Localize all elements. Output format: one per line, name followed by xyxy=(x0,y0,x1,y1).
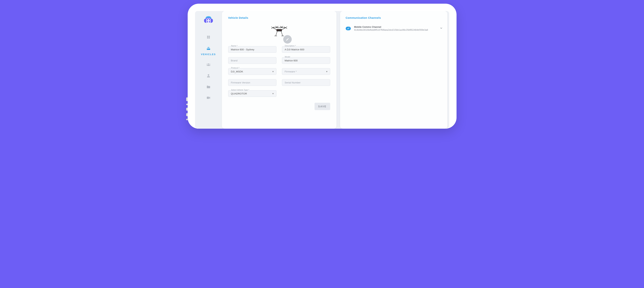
pencil-icon xyxy=(286,38,289,41)
sidebar-item-teams[interactable] xyxy=(195,59,222,70)
select-firmware[interactable]: Firmware * ▾ xyxy=(282,68,330,75)
dashboard-icon xyxy=(207,35,210,40)
person-icon xyxy=(207,74,210,78)
input-brand[interactable] xyxy=(228,57,276,64)
edit-image-button[interactable] xyxy=(283,35,292,44)
svg-rect-4 xyxy=(207,36,208,37)
field-brand xyxy=(228,57,276,64)
input-description[interactable] xyxy=(282,46,330,53)
communication-channels-title: Communication Channels xyxy=(346,16,443,19)
select-vehicle-type-value: QUADROTOR xyxy=(231,92,247,95)
tablet-physical-buttons xyxy=(186,97,188,123)
cloud-check-icon xyxy=(346,27,351,30)
field-model: Model xyxy=(282,57,330,64)
svg-point-10 xyxy=(208,49,208,49)
field-serial-number xyxy=(282,79,330,86)
vehicle-details-title: Vehicle Details xyxy=(228,16,330,19)
caret-down-icon: ▾ xyxy=(272,92,274,95)
svg-point-13 xyxy=(210,64,210,65)
svg-rect-5 xyxy=(208,36,210,37)
channel-row[interactable]: Mobile Comms Channel 914b48e28328efbdd9f… xyxy=(346,24,443,33)
caret-down-icon: ▾ xyxy=(272,70,274,73)
channel-name: Mobile Comms Channel xyxy=(354,25,436,28)
svg-point-9 xyxy=(207,49,208,49)
chevron-down-icon[interactable] xyxy=(440,26,443,30)
vehicle-router-icon xyxy=(206,47,210,51)
save-button[interactable]: SAVE xyxy=(314,103,330,110)
svg-point-12 xyxy=(207,64,208,65)
channel-id: 914b48e28328efbdd9f5167ffdfaea2dcd215bb1… xyxy=(354,29,436,31)
tablet-button xyxy=(186,108,188,111)
svg-point-14 xyxy=(208,74,209,76)
label-vehicle-type: Select Vehicle Type * xyxy=(231,89,250,91)
label-name: Name * xyxy=(231,45,238,47)
label-description: Description * xyxy=(284,45,296,47)
main-content: Vehicle Details xyxy=(222,11,449,129)
field-description: Description * xyxy=(282,46,330,53)
field-name: Name * xyxy=(228,46,276,53)
svg-line-26 xyxy=(273,28,276,30)
input-serial-number[interactable] xyxy=(282,79,330,86)
sidebar-nav: VEHICLES xyxy=(195,11,222,129)
svg-line-32 xyxy=(281,31,283,36)
tablet-button xyxy=(186,104,188,105)
field-firmware: Firmware * ▾ xyxy=(282,68,330,75)
svg-rect-6 xyxy=(207,37,208,39)
field-protocol: Protocol * DJI_MSDK ▾ xyxy=(228,68,276,75)
communication-channels-card: Communication Channels Mobile Comms Chan… xyxy=(340,11,447,129)
tablet-button xyxy=(186,119,188,120)
tablet-frame: VEHICLES xyxy=(188,4,456,129)
svg-line-27 xyxy=(282,28,286,30)
svg-rect-7 xyxy=(208,37,210,39)
input-model[interactable] xyxy=(282,57,330,64)
caret-down-icon: ▾ xyxy=(326,70,328,73)
svg-rect-15 xyxy=(207,97,209,99)
vehicle-image-container xyxy=(228,24,330,41)
label-model: Model xyxy=(284,56,290,58)
sidebar-item-video[interactable] xyxy=(195,93,222,104)
select-protocol-value: DJI_MSDK xyxy=(231,70,243,73)
sidebar-item-vehicles[interactable]: VEHICLES xyxy=(195,43,222,59)
app-logo xyxy=(202,14,215,24)
channel-text: Mobile Comms Channel 914b48e28328efbdd9f… xyxy=(354,25,436,31)
select-protocol[interactable]: DJI_MSDK ▾ xyxy=(228,68,276,75)
svg-rect-29 xyxy=(277,30,278,30)
people-icon xyxy=(206,63,211,67)
videocam-icon xyxy=(207,97,210,100)
tablet-button xyxy=(186,97,188,101)
svg-rect-30 xyxy=(280,30,281,30)
sidebar-item-files[interactable] xyxy=(195,82,222,93)
sidebar-item-user[interactable] xyxy=(195,70,222,82)
svg-line-31 xyxy=(276,31,277,36)
tablet-button xyxy=(186,113,188,116)
select-firmware-placeholder: Firmware * xyxy=(285,70,297,73)
select-vehicle-type[interactable]: QUADROTOR ▾ xyxy=(228,90,276,97)
vehicle-details-card: Vehicle Details xyxy=(222,11,336,129)
field-firmware-version xyxy=(228,79,276,86)
app-screen: VEHICLES xyxy=(195,11,449,129)
folder-icon xyxy=(207,85,210,89)
input-firmware-version[interactable] xyxy=(228,79,276,86)
field-vehicle-type: Select Vehicle Type * QUADROTOR ▾ xyxy=(228,90,276,97)
input-name[interactable] xyxy=(228,46,276,53)
label-protocol: Protocol * xyxy=(231,67,240,69)
sidebar-item-dashboard[interactable] xyxy=(195,32,222,43)
vehicle-form: Name * Description * Model xyxy=(228,46,330,110)
sidebar-label-vehicles: VEHICLES xyxy=(201,53,216,56)
svg-rect-8 xyxy=(207,48,210,50)
svg-point-11 xyxy=(208,63,209,64)
